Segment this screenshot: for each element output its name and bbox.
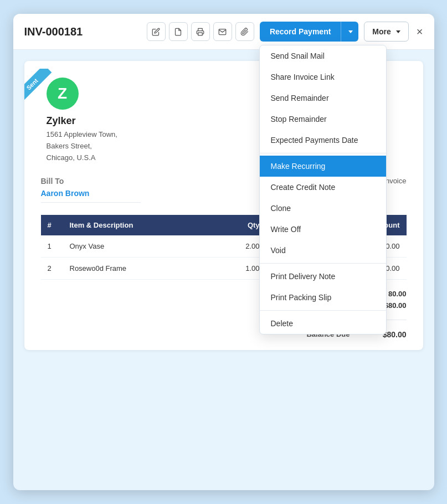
address-line1: 1561 Appleview Town, xyxy=(47,129,117,141)
more-button[interactable]: More xyxy=(364,22,408,42)
svg-rect-0 xyxy=(198,32,203,35)
dropdown-item-clone[interactable]: Clone xyxy=(260,198,386,219)
record-payment-button[interactable]: Record Payment xyxy=(260,22,341,42)
document-icon xyxy=(174,28,182,36)
close-button[interactable]: × xyxy=(417,25,423,38)
dropdown-item-expected-payments-date[interactable]: Expected Payments Date xyxy=(260,130,386,151)
dropdown-item-send-snail-mail[interactable]: Send Snail Mail xyxy=(260,45,386,66)
invoice-number: INV-000181 xyxy=(24,25,83,38)
dropdown-item-write-off[interactable]: Write Off xyxy=(260,219,386,240)
dropdown-caret xyxy=(348,30,353,33)
address-line3: Chicago, U.S.A xyxy=(47,152,117,164)
sent-ribbon: Sent xyxy=(24,69,59,113)
bill-to-block: Bill To Aaron Brown xyxy=(41,177,141,209)
email-icon xyxy=(218,28,227,36)
address-line2: Bakers Street, xyxy=(47,141,117,152)
dropdown-divider xyxy=(260,153,386,153)
col-item: Item & Description xyxy=(63,215,213,235)
bill-to-label: Bill To xyxy=(41,177,141,186)
dropdown-divider xyxy=(260,263,386,264)
dropdown-item-print-packing-slip[interactable]: Print Packing Slip xyxy=(260,287,386,308)
dropdown-item-make-recurring[interactable]: Make Recurring xyxy=(260,156,386,177)
modal-container: INV-000181 Record Payment xyxy=(13,14,434,490)
row-num: 2 xyxy=(41,258,63,280)
attachment-icon xyxy=(240,28,249,36)
attachment-button[interactable] xyxy=(235,22,254,41)
more-label: More xyxy=(372,27,391,36)
header-icons xyxy=(147,22,254,41)
email-button[interactable] xyxy=(213,22,232,41)
bill-to-name[interactable]: Aaron Brown xyxy=(41,189,141,198)
row-num: 1 xyxy=(41,235,63,258)
dropdown-item-share-invoice-link[interactable]: Share Invoice Link xyxy=(260,66,386,88)
row-item: Onyx Vase xyxy=(63,235,213,258)
row-item: Rosewo0d Frame xyxy=(63,258,213,280)
company-address: 1561 Appleview Town, Bakers Street, Chic… xyxy=(47,129,117,163)
record-payment-dropdown-button[interactable] xyxy=(341,22,358,42)
dropdown-item-send-reminder[interactable]: Send Remainder xyxy=(260,88,386,109)
more-caret xyxy=(396,30,400,33)
invoice-meta: Invoice xyxy=(383,177,406,209)
edit-button[interactable] xyxy=(147,22,166,41)
dropdown-item-stop-reminder[interactable]: Stop Remainder xyxy=(260,109,386,130)
dropdown-item-create-credit-note[interactable]: Create Credit Note xyxy=(260,177,386,198)
record-payment-group: Record Payment xyxy=(260,22,358,42)
dropdown-item-delete[interactable]: Delete xyxy=(260,313,386,334)
row-qty: 1.00 xyxy=(213,258,266,280)
print-button[interactable] xyxy=(191,22,210,41)
invoice-label: Invoice xyxy=(383,177,406,185)
dropdown-item-void[interactable]: Void xyxy=(260,240,386,261)
row-qty: 2.00 xyxy=(213,235,266,258)
company-name: Zylker xyxy=(47,115,76,127)
dropdown-item-print-delivery-note[interactable]: Print Delivery Note xyxy=(260,266,386,287)
col-num: # xyxy=(41,215,63,235)
divider xyxy=(41,202,141,203)
col-qty: Qty xyxy=(213,215,266,235)
sent-ribbon-text: Sent xyxy=(24,69,52,104)
document-button[interactable] xyxy=(169,22,188,41)
edit-icon xyxy=(152,28,160,36)
dropdown-divider xyxy=(260,310,386,311)
print-icon xyxy=(196,28,204,36)
more-dropdown-menu: Send Snail MailShare Invoice LinkSend Re… xyxy=(259,45,387,335)
